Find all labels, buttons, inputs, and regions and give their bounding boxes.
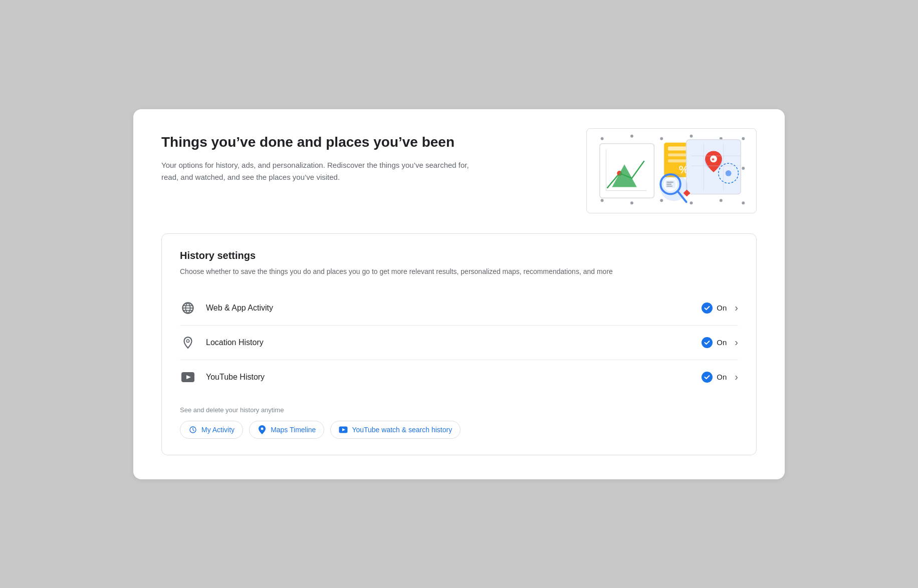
svg-text:★: ★ (711, 157, 715, 162)
youtube-small-icon (339, 425, 348, 434)
youtube-history-status: On (702, 372, 727, 383)
youtube-status-text: On (717, 373, 727, 381)
location-status-text: On (717, 338, 727, 347)
page-container: Things you’ve done and places you’ve bee… (0, 0, 918, 588)
activity-icon (188, 425, 197, 434)
web-app-activity-left: Web & App Activity (180, 300, 273, 316)
web-app-activity-right: On › (702, 302, 738, 314)
youtube-history-link-button[interactable]: YouTube watch & search history (330, 421, 461, 439)
web-app-icon (180, 300, 196, 316)
see-delete-text: See and delete your history anytime (180, 406, 738, 414)
illustration-box: % ★ (586, 128, 757, 213)
svg-point-14 (742, 201, 745, 204)
youtube-chevron-icon: › (735, 371, 738, 383)
maps-timeline-button[interactable]: Maps Timeline (249, 421, 324, 439)
illustration-inner: % ★ (587, 129, 756, 213)
settings-title: History settings (180, 250, 738, 261)
svg-point-10 (630, 201, 633, 204)
youtube-history-row[interactable]: YouTube History On › (180, 360, 738, 394)
svg-point-5 (742, 137, 745, 140)
location-history-right: On › (702, 337, 738, 348)
web-app-activity-label: Web & App Activity (206, 304, 273, 313)
svg-point-11 (660, 199, 663, 202)
location-history-left: Location History (180, 335, 264, 351)
header-section: Things you’ve done and places you’ve bee… (161, 133, 757, 213)
svg-point-2 (660, 137, 663, 140)
maps-timeline-label: Maps Timeline (271, 426, 316, 434)
location-icon (180, 335, 196, 351)
svg-point-1 (630, 134, 633, 137)
page-title: Things you’ve done and places you’ve bee… (161, 133, 472, 151)
svg-rect-40 (666, 181, 673, 182)
youtube-check-circle (702, 372, 713, 383)
settings-card: History settings Choose whether to save … (161, 233, 757, 455)
location-history-status: On (702, 337, 727, 348)
svg-point-9 (601, 199, 604, 202)
link-buttons-container: My Activity Maps Timeline (180, 421, 738, 439)
illustration-svg: % ★ (587, 129, 756, 213)
my-activity-button[interactable]: My Activity (180, 421, 243, 439)
svg-point-45 (186, 340, 189, 342)
settings-description: Choose whether to save the things you do… (180, 266, 738, 277)
web-app-check-circle (702, 303, 713, 314)
youtube-history-left: YouTube History (180, 369, 265, 385)
location-chevron-icon: › (735, 337, 738, 348)
svg-rect-42 (666, 185, 672, 186)
location-history-label: Location History (206, 338, 264, 347)
youtube-history-right: On › (702, 371, 738, 383)
youtube-history-link-label: YouTube watch & search history (352, 426, 452, 434)
svg-point-49 (261, 427, 264, 430)
maps-pin-icon (258, 425, 267, 434)
web-app-status-text: On (717, 304, 727, 312)
svg-point-13 (720, 199, 723, 202)
location-check-circle (702, 337, 713, 348)
main-card: Things you’ve done and places you’ve bee… (133, 109, 785, 479)
svg-point-8 (742, 167, 745, 170)
svg-point-3 (690, 134, 693, 137)
svg-point-12 (690, 201, 693, 204)
bottom-section: See and delete your history anytime My A… (180, 406, 738, 439)
web-app-chevron-icon: › (735, 302, 738, 314)
header-text: Things you’ve done and places you’ve bee… (161, 133, 472, 183)
my-activity-label: My Activity (201, 426, 235, 434)
svg-point-34 (726, 170, 732, 176)
youtube-icon (180, 369, 196, 385)
web-app-activity-row[interactable]: Web & App Activity On › (180, 291, 738, 326)
web-app-activity-status: On (702, 303, 727, 314)
svg-rect-41 (666, 183, 671, 184)
youtube-history-label: YouTube History (206, 373, 265, 382)
location-history-row[interactable]: Location History On › (180, 326, 738, 360)
svg-point-0 (601, 137, 604, 140)
page-description: Your options for history, ads, and perso… (161, 159, 472, 183)
